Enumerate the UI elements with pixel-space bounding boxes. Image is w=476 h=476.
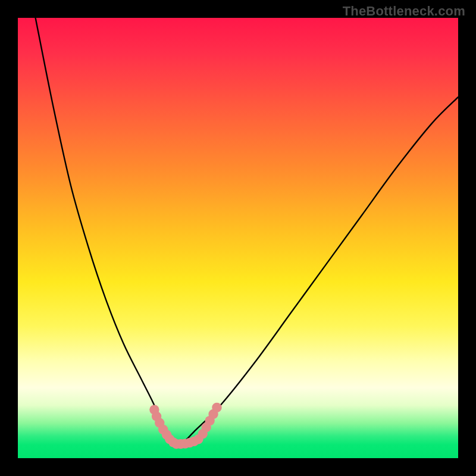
highlight-dots [149, 403, 221, 449]
highlight-dot [212, 403, 221, 412]
watermark-text: TheBottleneck.com [343, 4, 465, 19]
bottleneck-curve [36, 18, 458, 445]
curve-svg [18, 18, 458, 458]
chart-frame: TheBottleneck.com [0, 0, 476, 476]
plot-area [18, 18, 458, 458]
